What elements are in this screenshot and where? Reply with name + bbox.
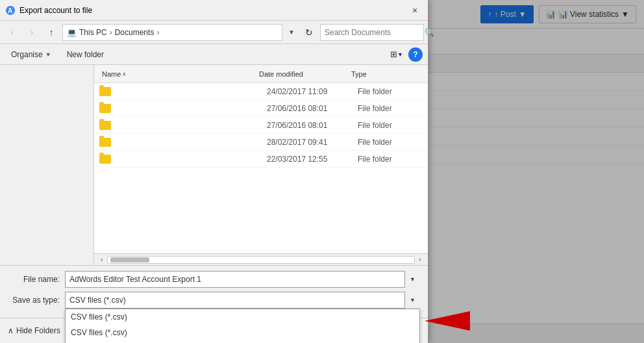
search-box: 🔍 xyxy=(320,24,424,41)
dialog-title-left: A Export account to file xyxy=(5,5,92,16)
savetype-dropdown-menu: CSV files (*.csv) CSV files (*.csv) CSV … xyxy=(65,309,420,343)
dialog-title-text: Export account to file xyxy=(19,6,92,15)
file-row-5[interactable]: 22/03/2017 12:55 File folder xyxy=(94,151,428,168)
organise-button[interactable]: Organise ▼ xyxy=(5,47,57,62)
help-button[interactable]: ? xyxy=(408,47,423,62)
dialog-navbar: ‹ › ↑ 💻 This PC › Documents › ▼ ↻ 🔍 xyxy=(0,21,428,44)
up-button[interactable]: ↑ xyxy=(43,24,60,41)
savetype-row: Save as type: ▼ CSV files (*.csv) CSV fi… xyxy=(8,292,420,309)
folder-icon xyxy=(99,104,111,113)
filename-dropdown[interactable]: ▼ xyxy=(404,271,420,288)
refresh-button[interactable]: ↻ xyxy=(301,24,317,41)
savetype-label: Save as type: xyxy=(8,296,60,305)
file-row-2[interactable]: 27/06/2016 08:01 File folder xyxy=(94,100,428,117)
main-panel: Name ∧ Date modified Type 24/02/2017 11:… xyxy=(94,65,428,265)
sidebar-panel xyxy=(0,65,94,265)
dialog-close-button[interactable]: × xyxy=(407,3,423,18)
col-header-name[interactable]: Name ∧ xyxy=(99,70,255,78)
view-icon: ⊞ xyxy=(390,49,397,59)
scrollbar-area: ‹ › xyxy=(94,253,428,265)
folder-icon xyxy=(99,138,111,147)
svg-marker-2 xyxy=(425,311,470,331)
view-toggle-button[interactable]: ⊞ ▼ xyxy=(389,47,404,62)
scroll-right[interactable]: › xyxy=(415,255,425,265)
breadcrumb-icon: 💻 xyxy=(67,28,77,37)
scroll-left[interactable]: ‹ xyxy=(97,255,107,265)
dialog-titlebar: A Export account to file × xyxy=(0,0,428,21)
hide-folders-button[interactable]: ∧ Hide Folders xyxy=(8,326,60,335)
col-header-type[interactable]: Type xyxy=(349,70,423,78)
filename-row: File name: ▼ xyxy=(8,271,420,288)
file-list-body: 24/02/2017 11:09 File folder 27/06/2016 … xyxy=(94,83,428,253)
file-row-1[interactable]: 24/02/2017 11:09 File folder xyxy=(94,83,428,100)
filename-input[interactable] xyxy=(65,271,420,288)
file-list-header: Name ∧ Date modified Type xyxy=(94,65,428,83)
filename-label: File name: xyxy=(8,275,60,284)
scrollbar-thumb xyxy=(110,257,149,262)
new-folder-button[interactable]: New folder xyxy=(61,47,110,62)
breadcrumb-documents: Documents xyxy=(115,28,155,37)
col-header-date[interactable]: Date modified xyxy=(256,70,347,78)
breadcrumb-thispc: This PC xyxy=(79,28,107,37)
export-dialog: A Export account to file × ‹ › ↑ 💻 This … xyxy=(0,0,428,343)
option-csv[interactable]: CSV files (*.csv) xyxy=(66,309,419,325)
savetype-input[interactable] xyxy=(65,292,420,309)
folder-icon xyxy=(99,87,111,96)
file-row-4[interactable]: 28/02/2017 09:41 File folder xyxy=(94,134,428,151)
filename-input-wrap: ▼ xyxy=(65,271,420,288)
folder-icon xyxy=(99,155,111,164)
svg-text:A: A xyxy=(8,7,12,14)
option-csv2[interactable]: CSV files (*.csv) xyxy=(66,325,419,340)
folder-icon xyxy=(99,121,111,130)
red-arrow-indicator xyxy=(425,308,470,334)
view-dropdown-icon: ▼ xyxy=(397,51,403,58)
adwords-icon: A xyxy=(5,5,16,16)
back-button[interactable]: ‹ xyxy=(4,24,21,41)
dialog-content: Name ∧ Date modified Type 24/02/2017 11:… xyxy=(0,65,428,265)
arrow-svg xyxy=(425,308,470,334)
search-icon: 🔍 xyxy=(425,28,434,37)
option-csv-zip[interactable]: CSV files with images in ZIP archives (*… xyxy=(66,340,419,343)
file-row-3[interactable]: 27/06/2016 08:01 File folder xyxy=(94,117,428,134)
breadcrumb: 💻 This PC › Documents › xyxy=(62,24,282,41)
h-scrollbar[interactable] xyxy=(107,256,415,264)
savetype-input-wrap: ▼ CSV files (*.csv) CSV files (*.csv) CS… xyxy=(65,292,420,309)
dialog-form: File name: ▼ Save as type: ▼ CSV files (… xyxy=(0,265,428,318)
forward-button[interactable]: › xyxy=(23,24,40,41)
dialog-toolbar: Organise ▼ New folder ⊞ ▼ ? xyxy=(0,44,428,65)
organise-dropdown-icon: ▼ xyxy=(45,51,51,58)
chevron-up-icon: ∧ xyxy=(8,326,14,335)
search-input[interactable] xyxy=(325,28,422,37)
sort-icon: ∧ xyxy=(122,71,127,77)
savetype-dropdown-arrow[interactable]: ▼ xyxy=(404,292,420,309)
breadcrumb-dropdown[interactable]: ▼ xyxy=(285,24,298,41)
